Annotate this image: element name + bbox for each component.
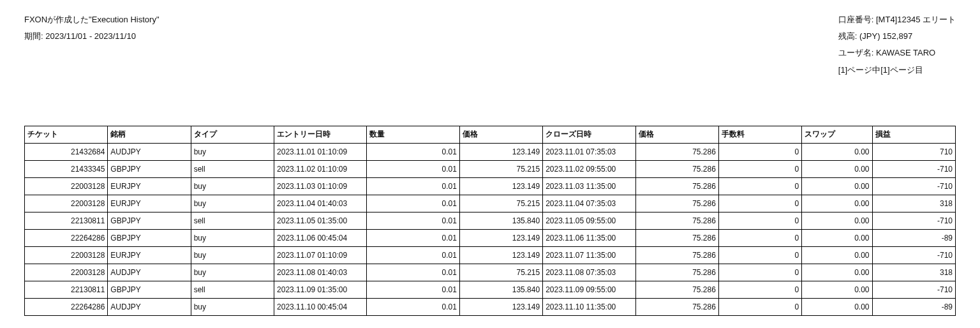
cell-symbol: GBPJPY	[108, 212, 191, 229]
cell-close_price: 75.286	[635, 264, 718, 281]
cell-close_price: 75.286	[635, 212, 718, 229]
table-row: 22003128EURJPYbuy2023.11.03 01:10:090.01…	[25, 177, 956, 195]
cell-ticket: 22003128	[25, 246, 108, 264]
table-row: 22130811GBPJPYsell2023.11.09 01:35:000.0…	[25, 281, 956, 298]
cell-close_price: 75.286	[635, 177, 718, 195]
col-header-swap: スワップ	[802, 126, 872, 143]
cell-ticket: 22003128	[25, 195, 108, 212]
cell-ticket: 22130811	[25, 212, 108, 229]
cell-swap: 0.00	[802, 160, 872, 177]
cell-ticket: 22003128	[25, 264, 108, 281]
cell-swap: 0.00	[802, 246, 872, 264]
cell-ticket: 22130811	[25, 281, 108, 298]
cell-ticket: 22003128	[25, 177, 108, 195]
col-header-type: タイプ	[191, 126, 274, 143]
cell-entry_time: 2023.11.02 01:10:09	[274, 160, 367, 177]
col-header-close-price: 価格	[635, 126, 718, 143]
col-header-profit: 損益	[872, 126, 955, 143]
cell-symbol: AUDJPY	[108, 143, 191, 160]
cell-profit: -710	[872, 281, 955, 298]
col-header-volume: 数量	[367, 126, 459, 143]
cell-symbol: EURJPY	[108, 195, 191, 212]
cell-profit: 318	[872, 195, 955, 212]
cell-swap: 0.00	[802, 281, 872, 298]
cell-entry_time: 2023.11.09 01:35:00	[274, 281, 367, 298]
cell-profit: 318	[872, 264, 955, 281]
page-indicator: [1]ページ中[1]ページ目	[838, 64, 956, 76]
cell-type: buy	[191, 229, 274, 246]
cell-open_price: 123.149	[459, 246, 542, 264]
cell-close_time: 2023.11.03 11:35:00	[543, 177, 635, 195]
cell-volume: 0.01	[367, 229, 459, 246]
cell-open_price: 123.149	[459, 143, 542, 160]
cell-volume: 0.01	[367, 246, 459, 264]
cell-symbol: GBPJPY	[108, 229, 191, 246]
cell-close_price: 75.286	[635, 143, 718, 160]
col-header-entry-time: エントリー日時	[274, 126, 367, 143]
cell-open_price: 123.149	[459, 177, 542, 195]
cell-volume: 0.01	[367, 195, 459, 212]
report-title: FXONが作成した"Execution History"	[24, 14, 160, 26]
cell-entry_time: 2023.11.07 01:10:09	[274, 246, 367, 264]
cell-close_time: 2023.11.06 11:35:00	[543, 229, 635, 246]
cell-type: buy	[191, 195, 274, 212]
cell-ticket: 22264286	[25, 298, 108, 315]
cell-type: buy	[191, 143, 274, 160]
cell-close_time: 2023.11.01 07:35:03	[543, 143, 635, 160]
cell-swap: 0.00	[802, 229, 872, 246]
cell-open_price: 75.215	[459, 264, 542, 281]
cell-commission: 0	[718, 229, 801, 246]
cell-type: buy	[191, 298, 274, 315]
cell-entry_time: 2023.11.04 01:40:03	[274, 195, 367, 212]
cell-volume: 0.01	[367, 177, 459, 195]
table-header-row: チケット 銘柄 タイプ エントリー日時 数量 価格 クローズ日時 価格 手数料 …	[25, 126, 956, 143]
cell-open_price: 75.215	[459, 195, 542, 212]
user-line: ユーザ名: KAWASE TARO	[838, 47, 956, 59]
cell-symbol: EURJPY	[108, 246, 191, 264]
cell-swap: 0.00	[802, 264, 872, 281]
cell-commission: 0	[718, 246, 801, 264]
report-period: 期間: 2023/11/01 - 2023/11/10	[24, 31, 160, 42]
cell-close_time: 2023.11.02 09:55:00	[543, 160, 635, 177]
cell-profit: -710	[872, 212, 955, 229]
cell-entry_time: 2023.11.05 01:35:00	[274, 212, 367, 229]
cell-volume: 0.01	[367, 143, 459, 160]
cell-ticket: 21432684	[25, 143, 108, 160]
cell-close_time: 2023.11.10 11:35:00	[543, 298, 635, 315]
table-row: 22264286AUDJPYbuy2023.11.10 00:45:040.01…	[25, 298, 956, 315]
balance-line: 残高: (JPY) 152,897	[838, 31, 956, 42]
cell-close_price: 75.286	[635, 281, 718, 298]
cell-commission: 0	[718, 195, 801, 212]
header-right-block: 口座番号: [MT4]12345 エリート 残高: (JPY) 152,897 …	[838, 14, 956, 81]
cell-open_price: 123.149	[459, 298, 542, 315]
cell-symbol: AUDJPY	[108, 264, 191, 281]
execution-history-table: チケット 銘柄 タイプ エントリー日時 数量 価格 クローズ日時 価格 手数料 …	[24, 126, 956, 316]
cell-swap: 0.00	[802, 143, 872, 160]
table-row: 22003128EURJPYbuy2023.11.07 01:10:090.01…	[25, 246, 956, 264]
cell-open_price: 123.149	[459, 229, 542, 246]
table-body: 21432684AUDJPYbuy2023.11.01 01:10:090.01…	[25, 143, 956, 315]
col-header-commission: 手数料	[718, 126, 801, 143]
cell-swap: 0.00	[802, 177, 872, 195]
col-header-ticket: チケット	[25, 126, 108, 143]
cell-symbol: GBPJPY	[108, 281, 191, 298]
cell-profit: -710	[872, 246, 955, 264]
table-row: 22264286GBPJPYbuy2023.11.06 00:45:040.01…	[25, 229, 956, 246]
cell-symbol: GBPJPY	[108, 160, 191, 177]
cell-profit: -710	[872, 177, 955, 195]
cell-entry_time: 2023.11.08 01:40:03	[274, 264, 367, 281]
col-header-symbol: 銘柄	[108, 126, 191, 143]
cell-profit: 710	[872, 143, 955, 160]
cell-commission: 0	[718, 264, 801, 281]
cell-commission: 0	[718, 160, 801, 177]
cell-volume: 0.01	[367, 298, 459, 315]
cell-type: sell	[191, 212, 274, 229]
cell-commission: 0	[718, 281, 801, 298]
table-row: 21433345GBPJPYsell2023.11.02 01:10:090.0…	[25, 160, 956, 177]
cell-swap: 0.00	[802, 212, 872, 229]
cell-close_price: 75.286	[635, 298, 718, 315]
cell-symbol: EURJPY	[108, 177, 191, 195]
cell-close_time: 2023.11.04 07:35:03	[543, 195, 635, 212]
cell-entry_time: 2023.11.01 01:10:09	[274, 143, 367, 160]
cell-swap: 0.00	[802, 298, 872, 315]
